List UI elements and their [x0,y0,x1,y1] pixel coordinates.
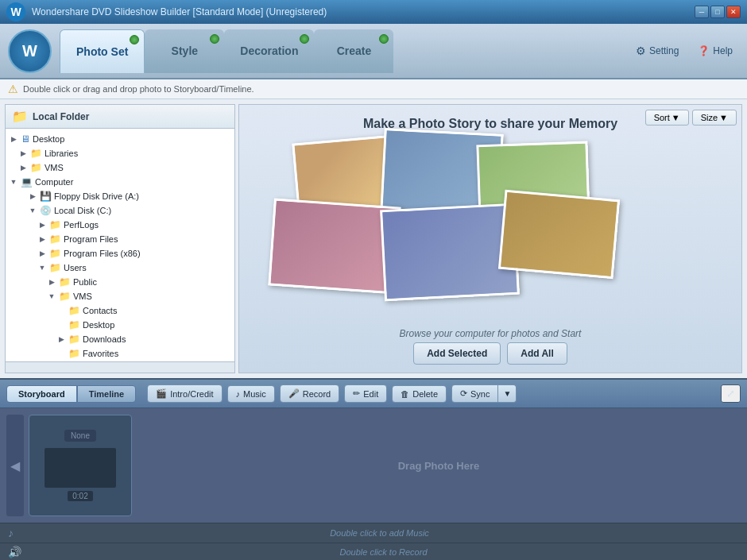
tree-item-local-c[interactable]: ▼ 💿 Local Disk (C:) [25,203,234,218]
tree-label-contacts: Contacts [83,306,117,315]
tree-label-program-files: Program Files [64,234,118,244]
local-folder-icon: 📁 [12,109,28,124]
app-logo: W [8,29,52,73]
close-button[interactable]: ✕ [726,6,741,18]
tree-item-program-files[interactable]: ▶ 📁 Program Files [34,232,234,246]
tree-arrow: ▶ [37,249,47,257]
time-badge: 0:02 [68,491,92,501]
record-mic-icon: 🔊 [8,546,21,558]
tree-item-users[interactable]: ▼ 📁 Users [34,261,234,275]
tree-label-desktop2: Desktop [83,320,114,330]
tab-style[interactable]: Style [145,29,224,73]
add-music-text: Double click to add Music [20,528,739,538]
sort-button[interactable]: Sort ▼ [645,110,689,126]
horizontal-scrollbar[interactable] [6,361,234,373]
intro-credit-label: Intro/Credit [170,389,213,399]
tree-item-contacts[interactable]: 📁 Contacts [53,303,234,318]
tab-decoration-label: Decoration [240,44,298,57]
info-icon: ⚠ [8,83,18,95]
file-panel: 📁 Local Folder ▶ 🖥 Desktop ▶ 📁 Libraries… [5,104,235,373]
tree-label-downloads: Downloads [83,334,126,344]
tree-item-public[interactable]: ▶ 📁 Public [44,275,234,289]
tree-arrow: ▼ [47,292,56,300]
record-icon: 🎤 [288,388,300,399]
add-all-button[interactable]: Add All [507,342,567,365]
tree-label-program-files-x86: Program Files (x86) [64,249,141,258]
tree-item-desktop[interactable]: ▶ 🖥 Desktop [6,132,234,146]
add-selected-button[interactable]: Add Selected [413,342,501,365]
music-button[interactable]: ♪ Music [227,385,275,403]
storyboard-tab[interactable]: Storyboard [6,385,77,403]
storyboard-area: ◀ None 0:02 Drag Photo Here [0,408,747,523]
tree-arrow: ▶ [56,335,66,343]
tree-label-libraries: Libraries [45,149,78,158]
local-folder-label: Local Folder [33,111,89,122]
tab-create[interactable]: Create [314,29,393,73]
tree-arrow: ▶ [18,164,28,172]
computer-icon: 💻 [21,176,33,187]
tab-decoration[interactable]: Decoration [224,29,314,73]
tree-item-program-files-x86[interactable]: ▶ 📁 Program Files (x86) [34,246,234,261]
music-note-icon: ♪ [8,527,14,539]
program-files-x86-icon: 📁 [49,248,61,259]
main-content: 📁 Local Folder ▶ 🖥 Desktop ▶ 📁 Libraries… [0,99,747,378]
tree-item-computer[interactable]: ▼ 💻 Computer [6,175,234,189]
tree-label-public: Public [73,277,97,287]
libraries-icon: 📁 [30,148,42,159]
expand-button[interactable]: ⤢ [721,384,741,403]
tab-photo-set[interactable]: Photo Set [60,29,145,73]
bottom-toolbar: Storyboard Timeline 🎬 Intro/Credit ♪ Mus… [0,380,747,408]
size-arrow-icon: ▼ [719,113,728,122]
size-button[interactable]: Size ▼ [692,110,737,126]
delete-label: Delete [412,389,438,399]
title-text: Wondershare DVD Slideshow Builder [Stand… [32,6,695,17]
timeline-tab[interactable]: Timeline [77,385,136,403]
help-button[interactable]: ❓ Help [691,42,739,60]
tree-item-vms[interactable]: ▶ 📁 VMS [15,160,234,175]
tree-arrow: ▶ [37,235,47,243]
maximize-button[interactable]: □ [710,6,725,18]
folder-tree[interactable]: ▶ 🖥 Desktop ▶ 📁 Libraries ▶ 📁 VMS ▼ 💻 Co… [6,129,234,361]
delete-button[interactable]: 🗑 Delete [392,385,447,403]
tree-item-downloads[interactable]: ▶ 📁 Downloads [53,332,234,346]
tree-label-vms2: VMS [73,292,92,301]
favorites-icon: 📁 [68,348,80,359]
public-icon: 📁 [59,276,71,288]
tree-label-perflogs: PerfLogs [64,220,99,230]
tree-item-vms2[interactable]: ▼ 📁 VMS [44,289,234,303]
intro-credit-button[interactable]: 🎬 Intro/Credit [147,384,222,403]
tree-arrow: ▶ [18,149,28,157]
record-bar[interactable]: 🔊 Double click to Record [0,543,747,561]
tree-arrow: ▶ [47,278,56,286]
top-navigation: W Photo Set Style Decoration Create ⚙ Se… [0,24,747,79]
record-button[interactable]: 🎤 Record [280,384,339,403]
intro-credit-icon: 🎬 [156,388,167,399]
music-bar[interactable]: ♪ Double click to add Music [0,523,747,543]
vms-icon: 📁 [30,162,42,173]
sort-size-bar: Sort ▼ Size ▼ [645,110,737,126]
contacts-icon: 📁 [68,305,80,316]
setting-button[interactable]: ⚙ Setting [629,41,685,60]
tree-item-libraries[interactable]: ▶ 📁 Libraries [15,146,234,160]
minimize-button[interactable]: ─ [695,6,709,18]
storyboard-prev-nav[interactable]: ◀ [6,415,24,516]
music-record-area: ♪ Double click to add Music 🔊 Double cli… [0,523,747,560]
photo-collage [247,131,733,328]
tree-item-perflogs[interactable]: ▶ 📁 PerfLogs [34,218,234,232]
nav-tabs: Photo Set Style Decoration Create [60,29,629,73]
sync-button[interactable]: ⟳ Sync [451,384,498,403]
downloads-icon: 📁 [68,334,80,345]
tree-item-favorites[interactable]: 📁 Favorites [53,346,234,361]
sort-arrow-icon: ▼ [672,113,680,122]
tree-label-users: Users [64,263,87,272]
users-icon: 📁 [49,262,61,273]
sync-dropdown-button[interactable]: ▼ [498,384,517,403]
edit-button[interactable]: ✏ Edit [344,384,387,403]
tree-item-desktop2[interactable]: 📁 Desktop [53,318,234,332]
tree-arrow: ▼ [37,264,47,272]
preview-browse-text: Browse your computer for photos and Star… [400,328,582,339]
floppy-icon: 💾 [40,191,52,202]
tab-style-label: Style [172,44,198,57]
tree-item-floppy[interactable]: ▶ 💾 Floppy Disk Drive (A:) [25,189,234,203]
tree-label-local-c: Local Disk (C:) [54,206,111,215]
